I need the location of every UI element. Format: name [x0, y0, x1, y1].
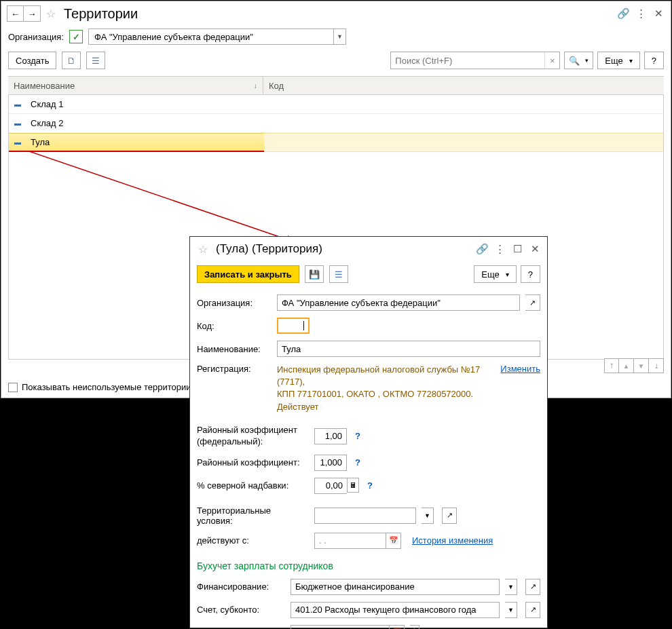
- funding-label: Финансирование:: [197, 582, 285, 592]
- search-box[interactable]: ×: [390, 52, 560, 69]
- chevron-down-icon[interactable]: ▼: [422, 508, 434, 524]
- reg-label: Регистрация:: [197, 364, 272, 374]
- row-item-icon: ▬: [14, 138, 21, 146]
- column-name[interactable]: Наименование ↓: [8, 77, 263, 94]
- help-icon[interactable]: ?: [355, 457, 360, 468]
- north-label: % северной надбавки:: [197, 480, 309, 491]
- code-label: Код:: [197, 321, 272, 331]
- table-header: Наименование ↓ Код: [8, 76, 664, 95]
- chevron-down-icon[interactable]: ▼: [505, 579, 517, 595]
- list-icon: ☰: [335, 269, 343, 280]
- search-input[interactable]: [391, 52, 544, 69]
- create-copy-button[interactable]: 🗋: [62, 52, 81, 69]
- page-title: Территории: [64, 6, 138, 22]
- coef-input[interactable]: 1,000: [314, 455, 347, 471]
- search-launch-button[interactable]: 🔍▾: [564, 52, 593, 69]
- create-button[interactable]: Создать: [8, 52, 56, 69]
- link-icon[interactable]: 🔗: [618, 8, 629, 19]
- column-code[interactable]: Код: [263, 77, 664, 94]
- table-row[interactable]: ▬ Склад 1: [9, 95, 663, 114]
- sort-down-icon: ↓: [254, 82, 257, 90]
- coef-fed-label: Районный коэффициент (федеральный):: [197, 425, 309, 448]
- row-item-icon: ▬: [14, 119, 21, 127]
- reg-text-2: КПП 771701001, ОКАТО , ОКТМО 77280572000…: [277, 388, 495, 413]
- account-select[interactable]: 401.20 Расходы текущего финансового года: [291, 602, 500, 618]
- scroll-bottom-icon[interactable]: ⤓: [649, 358, 664, 373]
- footer-row: Показывать неиспользуемые территории: [8, 382, 191, 392]
- titlebar: ← → ☆ Территории 🔗 ⋮ ✕: [1, 1, 671, 26]
- open-funding-button[interactable]: ↗: [525, 579, 540, 595]
- spinner-up-icon[interactable]: ▲: [410, 626, 419, 629]
- modal-title: (Тула) (Территория): [216, 242, 322, 256]
- name-input[interactable]: Тула: [277, 341, 540, 357]
- funding-select[interactable]: Бюджетное финансирование: [291, 579, 500, 595]
- favorite-star-icon[interactable]: ☆: [197, 243, 209, 255]
- org-select-value: ФА "Управление субъекта федерации": [89, 29, 333, 44]
- help-icon[interactable]: ?: [367, 480, 373, 491]
- save-close-button[interactable]: Записать и закрыть: [197, 265, 299, 283]
- modal-help-button[interactable]: ?: [521, 265, 540, 283]
- forward-button[interactable]: →: [24, 6, 40, 21]
- valid-from-date[interactable]: . . 📅: [314, 533, 401, 549]
- modal-toolbar: Записать и закрыть 💾 ☰ Еще ?: [190, 261, 547, 291]
- link-icon[interactable]: 🔗: [477, 244, 487, 254]
- open-account-button[interactable]: ↗: [525, 602, 540, 618]
- nav-group: ← →: [7, 5, 41, 22]
- calendar-icon[interactable]: 📅: [386, 533, 400, 548]
- table-row-selected[interactable]: ▬ Тула: [9, 133, 264, 152]
- close-icon[interactable]: ✕: [529, 244, 540, 254]
- help-icon[interactable]: ?: [355, 431, 360, 441]
- kebab-menu-icon[interactable]: ⋮: [635, 8, 646, 19]
- open-terr-button[interactable]: ↗: [442, 508, 457, 524]
- modal-more-button[interactable]: Еще: [474, 265, 516, 283]
- change-link[interactable]: Изменить: [500, 364, 540, 374]
- org-select[interactable]: ФА "Управление субъекта федерации" ▼: [88, 28, 346, 45]
- maximize-icon[interactable]: ☐: [512, 244, 523, 254]
- modal-titlebar: ☆ (Тула) (Территория) 🔗 ⋮ ☐ ✕: [190, 237, 547, 261]
- kebab-menu-icon[interactable]: ⋮: [494, 244, 505, 254]
- calendar-icon[interactable]: 📅: [389, 626, 404, 629]
- org-label: Организация:: [8, 32, 64, 42]
- table-row[interactable]: ▬ Склад 2: [9, 114, 663, 133]
- list-view-button[interactable]: ☰: [86, 52, 105, 69]
- terr-cond-select[interactable]: [314, 508, 416, 524]
- row-item-icon: ▬: [14, 100, 21, 108]
- more-button[interactable]: Еще: [597, 52, 639, 69]
- chevron-down-icon[interactable]: ▼: [333, 29, 346, 44]
- help-button[interactable]: ?: [644, 52, 664, 69]
- org-checkbox[interactable]: ✓: [69, 30, 83, 43]
- modal-org-field[interactable]: ФА "Управление субъекта федерации": [277, 294, 520, 311]
- scroll-top-icon[interactable]: ⤒: [604, 358, 619, 373]
- show-unused-checkbox[interactable]: [8, 383, 18, 392]
- org-filter-row: Организация: ✓ ФА "Управление субъекта ф…: [1, 26, 671, 52]
- coef-fed-input[interactable]: 1,00: [314, 428, 347, 444]
- clear-search-icon[interactable]: ×: [544, 52, 559, 69]
- favorite-star-icon[interactable]: ☆: [45, 7, 57, 20]
- section-accounting: Бухучет зарплаты сотрудников: [197, 552, 540, 575]
- back-button[interactable]: ←: [7, 6, 24, 21]
- month-spinner[interactable]: ▲ ▼: [410, 625, 419, 629]
- account-label: Счет, субконто:: [197, 605, 285, 615]
- list-button[interactable]: ☰: [329, 265, 348, 283]
- open-org-button[interactable]: ↗: [525, 294, 540, 311]
- search-icon: 🔍: [569, 56, 580, 66]
- history-link-1[interactable]: История изменения: [412, 535, 493, 546]
- floppy-icon: 💾: [309, 269, 320, 280]
- scroll-up-icon[interactable]: ▲: [619, 358, 634, 373]
- coef-label: Районный коэффициент:: [197, 457, 309, 468]
- scroll-down-icon[interactable]: ▼: [634, 358, 649, 373]
- show-unused-label: Показывать неиспользуемые территории: [22, 382, 191, 392]
- row-highlight-extension: [264, 133, 663, 152]
- reg-text-1: Инспекция федеральной налоговой службы №…: [277, 364, 495, 388]
- north-input[interactable]: 0,00: [314, 478, 347, 494]
- valid-from-label: действуют с:: [197, 535, 309, 546]
- modal-body: Организация: ФА "Управление субъекта фед…: [190, 291, 547, 629]
- calc-icon[interactable]: 🖩: [347, 478, 359, 493]
- close-icon[interactable]: ✕: [653, 8, 664, 19]
- acc-from-date[interactable]: Январь 2021 📅: [291, 625, 405, 629]
- toolbar: Создать 🗋 ☰ × 🔍▾ Еще ?: [1, 52, 671, 76]
- chevron-down-icon[interactable]: ▼: [505, 602, 517, 618]
- save-button[interactable]: 💾: [305, 265, 324, 283]
- code-input[interactable]: [277, 318, 310, 334]
- terr-cond-label: Территориальные условия:: [197, 506, 309, 526]
